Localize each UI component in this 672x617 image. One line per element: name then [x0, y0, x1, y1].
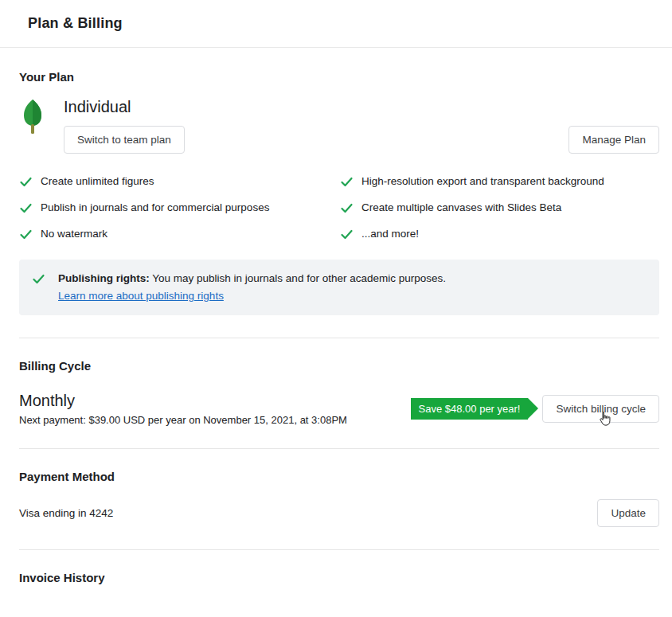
save-badge: Save $48.00 per year!	[411, 398, 529, 420]
manage-plan-button[interactable]: Manage Plan	[568, 126, 659, 154]
billing-cycle-section-title: Billing Cycle	[19, 359, 659, 373]
feature-label: ...and more!	[361, 227, 419, 241]
tree-icon	[19, 98, 46, 136]
plan-name: Individual	[64, 98, 659, 116]
switch-billing-cycle-button[interactable]: Switch billing cycle	[542, 395, 659, 423]
billing-cycle-section: Billing Cycle Monthly Next payment: $39.…	[19, 359, 659, 426]
feature-label: Publish in journals and for commercial p…	[41, 201, 269, 215]
billing-cycle-info: Monthly Next payment: $39.00 USD per yea…	[19, 392, 411, 426]
check-icon	[19, 201, 33, 215]
check-icon	[19, 175, 33, 189]
check-icon	[340, 228, 354, 241]
payment-method-section: Payment Method Visa ending in 4242 Updat…	[19, 470, 659, 527]
publishing-rights-bold: Publishing rights:	[58, 272, 150, 284]
section-divider	[19, 549, 659, 550]
check-icon	[32, 272, 45, 286]
features-left-column: Create unlimited figures Publish in jour…	[19, 174, 339, 253]
page-header: Plan & Billing	[0, 0, 672, 48]
billing-cycle-row: Monthly Next payment: $39.00 USD per yea…	[19, 392, 659, 426]
billing-cycle-name: Monthly	[19, 392, 411, 410]
publishing-rights-link[interactable]: Learn more about publishing rights	[58, 288, 224, 304]
publishing-rights-note: Publishing rights: You may publish in jo…	[19, 260, 659, 315]
publishing-rights-detail: You may publish in journals and for othe…	[150, 272, 446, 284]
feature-item: ...and more!	[340, 227, 659, 241]
check-icon	[340, 201, 354, 215]
feature-label: No watermark	[41, 227, 107, 241]
payment-method-section-title: Payment Method	[19, 470, 659, 483]
page-title: Plan & Billing	[28, 15, 123, 32]
feature-item: No watermark	[19, 227, 339, 241]
your-plan-section-title: Your Plan	[19, 70, 659, 84]
section-divider	[19, 338, 659, 338]
plan-actions: Switch to team plan Manage Plan	[64, 126, 659, 154]
publishing-rights-text: Publishing rights: You may publish in jo…	[58, 271, 446, 304]
feature-item: Create unlimited figures	[19, 174, 339, 189]
features-right-column: High-resolution export and transparent b…	[339, 174, 659, 253]
feature-label: Create multiple canvases with Slides Bet…	[361, 201, 561, 215]
your-plan-section: Your Plan Individual Switch to team plan…	[19, 70, 659, 315]
feature-item: Create multiple canvases with Slides Bet…	[340, 201, 659, 215]
card-info: Visa ending in 4242	[19, 507, 597, 519]
feature-item: Publish in journals and for commercial p…	[19, 201, 339, 215]
plan-details: Individual Switch to team plan Manage Pl…	[64, 96, 659, 154]
section-divider	[19, 448, 659, 449]
feature-item: High-resolution export and transparent b…	[340, 174, 659, 189]
next-payment-text: Next payment: $39.00 USD per year on Nov…	[19, 414, 411, 426]
update-payment-button[interactable]: Update	[597, 499, 659, 527]
plan-features: Create unlimited figures Publish in jour…	[19, 174, 659, 253]
feature-label: Create unlimited figures	[41, 174, 154, 189]
invoice-history-section: Invoice History Date Amount Download	[19, 571, 659, 617]
check-icon	[19, 228, 33, 241]
publishing-rights-line: Publishing rights: You may publish in jo…	[58, 271, 446, 287]
invoice-history-section-title: Invoice History	[19, 571, 659, 584]
switch-to-team-plan-button[interactable]: Switch to team plan	[64, 126, 185, 154]
check-icon	[340, 175, 354, 189]
plan-block: Individual Switch to team plan Manage Pl…	[19, 96, 659, 154]
payment-method-row: Visa ending in 4242 Update	[19, 499, 659, 527]
plan-billing-content: Your Plan Individual Switch to team plan…	[0, 70, 672, 617]
feature-label: High-resolution export and transparent b…	[361, 174, 604, 189]
